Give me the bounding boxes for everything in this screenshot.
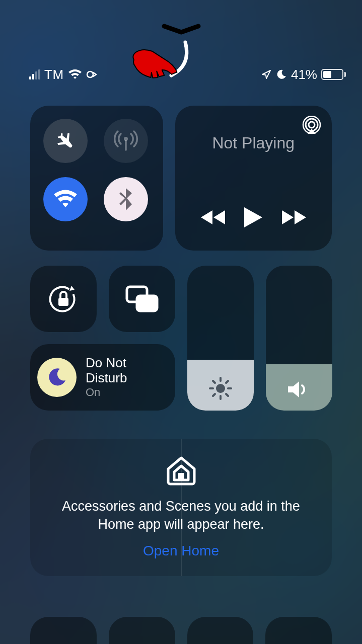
play-button[interactable] bbox=[242, 205, 264, 229]
orientation-lock-icon bbox=[47, 283, 80, 315]
airplane-mode-toggle[interactable] bbox=[43, 119, 88, 163]
svg-rect-5 bbox=[58, 298, 68, 306]
dnd-title-line1: Do Not bbox=[86, 356, 127, 371]
calculator-button[interactable] bbox=[187, 617, 254, 644]
svg-line-13 bbox=[213, 381, 215, 383]
now-playing-label: Not Playing bbox=[187, 134, 320, 152]
volume-icon bbox=[286, 378, 312, 400]
svg-line-15 bbox=[213, 394, 215, 396]
wifi-icon bbox=[68, 69, 82, 80]
connectivity-group[interactable] bbox=[30, 106, 163, 251]
hotspot-icon bbox=[86, 68, 98, 80]
dnd-moon-badge bbox=[37, 358, 77, 397]
bluetooth-icon bbox=[118, 187, 134, 211]
screen-mirroring-button[interactable] bbox=[109, 266, 175, 332]
camera-button[interactable] bbox=[265, 617, 332, 644]
airplay-button[interactable] bbox=[302, 116, 322, 136]
battery-percent: 41% bbox=[291, 67, 317, 83]
svg-point-2 bbox=[309, 122, 315, 128]
airplane-icon bbox=[53, 129, 78, 153]
dnd-status: On bbox=[86, 386, 127, 398]
cellular-data-toggle[interactable] bbox=[104, 119, 148, 163]
airplay-icon bbox=[302, 116, 322, 136]
brightness-icon bbox=[208, 376, 233, 400]
volume-slider[interactable] bbox=[266, 266, 332, 411]
svg-rect-7 bbox=[137, 296, 157, 311]
svg-point-0 bbox=[87, 71, 93, 77]
wifi-toggle[interactable] bbox=[43, 177, 88, 221]
svg-point-8 bbox=[216, 384, 225, 393]
brightness-slider[interactable] bbox=[187, 266, 254, 411]
svg-line-14 bbox=[226, 394, 228, 396]
status-bar: TM 41% bbox=[0, 64, 362, 85]
dismiss-chevron[interactable] bbox=[161, 23, 201, 36]
carrier-label: TM bbox=[44, 67, 64, 83]
home-icon bbox=[164, 454, 198, 486]
media-controls-group[interactable]: Not Playing bbox=[175, 106, 332, 251]
do-not-disturb-toggle[interactable]: Do Not Disturb On bbox=[30, 344, 175, 411]
timer-button[interactable] bbox=[109, 617, 175, 644]
location-icon bbox=[261, 69, 272, 80]
dnd-title-line2: Disturb bbox=[86, 371, 127, 386]
screen-mirroring-icon bbox=[125, 285, 159, 313]
svg-line-16 bbox=[226, 381, 228, 383]
bluetooth-toggle[interactable] bbox=[104, 177, 148, 221]
cellular-antenna-icon bbox=[112, 127, 140, 155]
control-center: Not Playing bbox=[30, 106, 332, 644]
fast-forward-icon bbox=[280, 208, 307, 226]
home-accessories-panel: Accessories and Scenes you add in the Ho… bbox=[30, 439, 332, 576]
wifi-icon bbox=[53, 189, 78, 209]
bottom-controls-row bbox=[30, 617, 332, 644]
cellular-signal-icon bbox=[29, 69, 40, 79]
open-home-link[interactable]: Open Home bbox=[40, 543, 322, 559]
moon-icon bbox=[46, 367, 67, 388]
play-icon bbox=[242, 205, 264, 229]
home-message: Accessories and Scenes you add in the Ho… bbox=[40, 497, 322, 534]
flashlight-button[interactable] bbox=[30, 617, 97, 644]
battery-icon bbox=[321, 69, 346, 80]
svg-rect-17 bbox=[178, 473, 184, 480]
dnd-moon-icon bbox=[276, 69, 287, 80]
next-track-button[interactable] bbox=[280, 208, 307, 226]
orientation-lock-toggle[interactable] bbox=[30, 266, 97, 332]
rewind-icon bbox=[200, 208, 227, 226]
previous-track-button[interactable] bbox=[200, 208, 227, 226]
